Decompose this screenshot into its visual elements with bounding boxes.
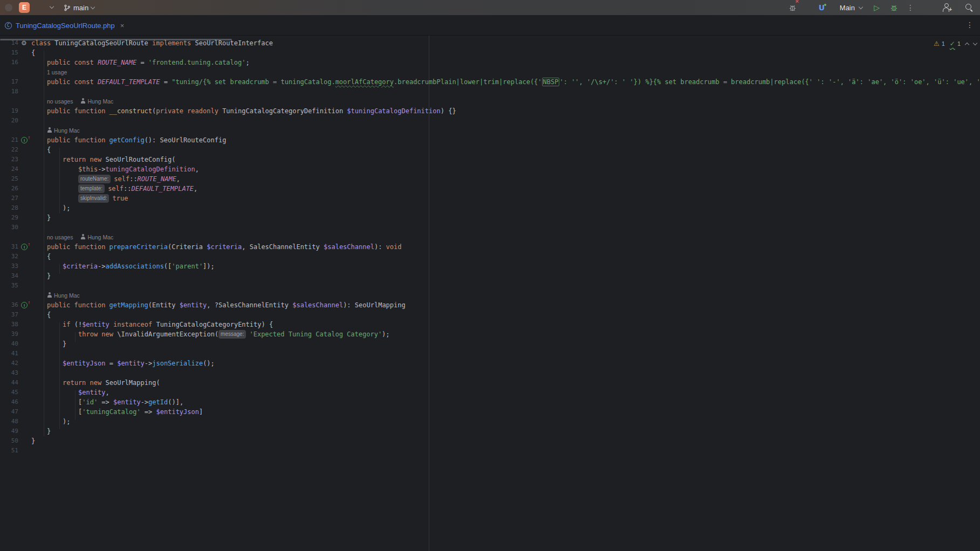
- code-line[interactable]: 41: [0, 349, 980, 359]
- line-number[interactable]: 45: [0, 388, 18, 397]
- tab-close-icon[interactable]: ×: [120, 22, 125, 30]
- run-config-chevron[interactable]: [859, 0, 862, 15]
- line-number[interactable]: 18: [0, 87, 18, 97]
- inlay-row[interactable]: no usagesHung Mac: [0, 97, 980, 106]
- named-argument-hint[interactable]: skipInvalid:: [78, 194, 109, 203]
- line-number[interactable]: 33: [0, 261, 18, 271]
- line-number[interactable]: 16: [0, 58, 18, 67]
- code-line[interactable]: 27skipInvalid:true: [0, 194, 980, 203]
- debug-button[interactable]: [890, 0, 898, 15]
- code-line[interactable]: 45$entity,: [0, 388, 980, 397]
- code-line[interactable]: 46['id' => $entity->getId()],: [0, 397, 980, 407]
- named-argument-hint[interactable]: message:: [218, 330, 246, 339]
- line-number[interactable]: 26: [0, 184, 18, 194]
- inlay-row[interactable]: Hung Mac: [0, 291, 980, 300]
- code-line[interactable]: 14⚙class TuningCatalogSeoUrlRoute implem…: [0, 38, 980, 48]
- line-number[interactable]: 37: [0, 310, 18, 320]
- code-line[interactable]: 28);: [0, 203, 980, 213]
- code-line[interactable]: 18: [0, 87, 980, 97]
- code-line[interactable]: 29}: [0, 213, 980, 223]
- run-button[interactable]: ▷: [874, 0, 880, 15]
- line-number[interactable]: 22: [0, 145, 18, 155]
- code-with-me-button[interactable]: +: [942, 0, 952, 15]
- inlay-row[interactable]: 1 usage: [0, 67, 980, 77]
- line-number[interactable]: 32: [0, 252, 18, 261]
- line-number[interactable]: 30: [0, 223, 18, 232]
- code-line[interactable]: 24$this->tuningCatalogDefinition,: [0, 164, 980, 174]
- code-editor[interactable]: 14⚙class TuningCatalogSeoUrlRoute implem…: [0, 36, 980, 551]
- inlay-row[interactable]: no usagesHung Mac: [0, 232, 980, 242]
- line-number[interactable]: 42: [0, 359, 18, 368]
- usages-inlay[interactable]: no usages: [47, 98, 73, 105]
- window-control[interactable]: [5, 4, 12, 11]
- more-actions-button[interactable]: ⋮: [907, 0, 914, 15]
- project-chevron-down-icon[interactable]: [50, 4, 54, 9]
- line-number[interactable]: 43: [0, 368, 18, 378]
- author-inlay[interactable]: Hung Mac: [47, 127, 80, 134]
- code-line[interactable]: 26template:self::DEFAULT_TEMPLATE,: [0, 184, 980, 194]
- line-number[interactable]: 40: [0, 339, 18, 349]
- code-area[interactable]: 14⚙class TuningCatalogSeoUrlRoute implem…: [0, 38, 980, 456]
- author-inlay[interactable]: Hung Mac: [80, 98, 113, 105]
- code-line[interactable]: 47['tuningCatalog' => $entityJson]: [0, 407, 980, 417]
- line-number[interactable]: 28: [0, 203, 18, 213]
- run-config-selector[interactable]: Main: [840, 0, 855, 15]
- line-number[interactable]: 29: [0, 213, 18, 223]
- line-number[interactable]: 47: [0, 407, 18, 417]
- code-line[interactable]: 51: [0, 446, 980, 456]
- usages-inlay[interactable]: no usages: [47, 234, 73, 240]
- line-number[interactable]: 31: [0, 242, 18, 252]
- code-line[interactable]: 38if (!$entity instanceof TuningCatalogC…: [0, 320, 980, 329]
- code-line[interactable]: 21I↑public function getConfig(): SeoUrlR…: [0, 135, 980, 145]
- author-inlay[interactable]: Hung Mac: [80, 234, 113, 240]
- code-line[interactable]: 33$criteria->addAssociations(['parent'])…: [0, 261, 980, 271]
- line-number[interactable]: 15: [0, 48, 18, 58]
- vcs-branch-widget[interactable]: main: [64, 0, 94, 15]
- line-number[interactable]: 23: [0, 155, 18, 164]
- inspections-widget[interactable]: ⚠ 1 ✓ 1: [934, 40, 977, 47]
- code-line[interactable]: 32{: [0, 252, 980, 261]
- code-line[interactable]: 39throw new \InvalidArgumentException(me…: [0, 329, 980, 339]
- code-line[interactable]: 20: [0, 116, 980, 126]
- code-line[interactable]: 43: [0, 368, 980, 378]
- code-line[interactable]: 30: [0, 223, 980, 232]
- line-number[interactable]: 38: [0, 320, 18, 329]
- line-number[interactable]: 36: [0, 300, 18, 310]
- line-number[interactable]: 48: [0, 417, 18, 426]
- code-line[interactable]: 25routeName:self::ROUTE_NAME,: [0, 174, 980, 184]
- code-line[interactable]: 50}: [0, 436, 980, 446]
- line-number[interactable]: 41: [0, 349, 18, 359]
- search-everywhere-button[interactable]: [965, 0, 974, 15]
- inlay-row[interactable]: Hung Mac: [0, 126, 980, 135]
- line-number[interactable]: 25: [0, 174, 18, 184]
- implements-gutter-icon[interactable]: I↑: [21, 302, 28, 308]
- code-line[interactable]: 48);: [0, 417, 980, 426]
- code-line[interactable]: 40}: [0, 339, 980, 349]
- line-number[interactable]: 44: [0, 378, 18, 388]
- code-line[interactable]: 42$entityJson = $entity->jsonSerialize()…: [0, 359, 980, 368]
- code-line[interactable]: 36I↑public function getMapping(Entity $e…: [0, 300, 980, 310]
- line-number[interactable]: 21: [0, 135, 18, 145]
- line-number[interactable]: 17: [0, 77, 18, 87]
- line-number[interactable]: 35: [0, 281, 18, 291]
- implements-gutter-icon[interactable]: I↑: [21, 137, 28, 143]
- code-line[interactable]: 37{: [0, 310, 980, 320]
- code-line[interactable]: 17public const DEFAULT_TEMPLATE = "tunin…: [0, 77, 980, 87]
- usages-inlay[interactable]: 1 usage: [47, 69, 67, 75]
- line-number[interactable]: 34: [0, 271, 18, 281]
- named-argument-hint[interactable]: routeName:: [78, 175, 111, 183]
- line-number[interactable]: 19: [0, 106, 18, 116]
- profiler-disabled-button[interactable]: ×: [789, 0, 797, 15]
- line-number[interactable]: 46: [0, 397, 18, 407]
- code-line[interactable]: 22{: [0, 145, 980, 155]
- line-number[interactable]: 49: [0, 426, 18, 436]
- line-number[interactable]: 50: [0, 436, 18, 446]
- tab-options-kebab-icon[interactable]: ⋮: [966, 20, 974, 29]
- code-line[interactable]: 19public function __construct(private re…: [0, 106, 980, 116]
- code-line[interactable]: 23return new SeoUrlRouteConfig(: [0, 155, 980, 164]
- code-line[interactable]: 44return new SeoUrlMapping(: [0, 378, 980, 388]
- code-line[interactable]: 34}: [0, 271, 980, 281]
- named-argument-hint[interactable]: template:: [78, 184, 105, 193]
- author-inlay[interactable]: Hung Mac: [47, 292, 80, 299]
- code-line[interactable]: 31I↑public function prepareCriteria(Crit…: [0, 242, 980, 252]
